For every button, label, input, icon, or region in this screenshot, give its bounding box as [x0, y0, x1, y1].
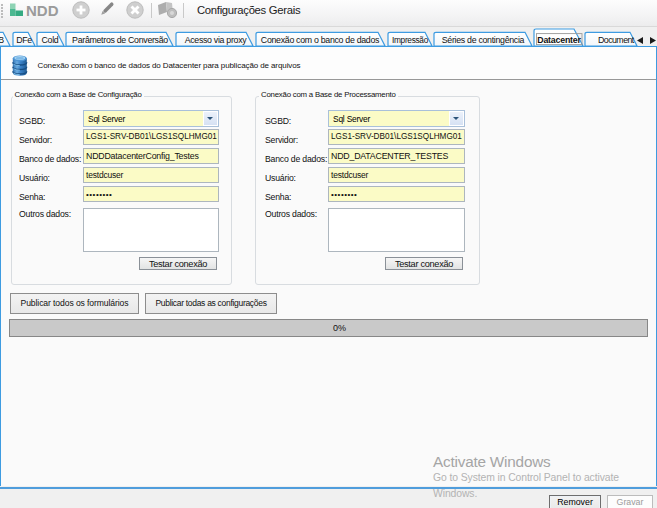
svg-text:Datacenter: Datacenter	[537, 35, 581, 45]
svg-text:Document: Document	[598, 35, 635, 45]
svg-text:Cold: Cold	[42, 35, 59, 45]
svg-text:NDD: NDD	[26, 2, 59, 19]
svg-text:Conexão com o banco de dados: Conexão com o banco de dados	[261, 35, 380, 45]
svg-text:Acesso via proxy: Acesso via proxy	[185, 35, 248, 45]
svg-text:Parâmetros de Conversão: Parâmetros de Conversão	[72, 35, 168, 45]
svg-text:DFe: DFe	[16, 35, 32, 45]
svg-text:B: B	[0, 35, 4, 45]
svg-text:Séries de contingência: Séries de contingência	[442, 35, 525, 45]
svg-text:Impressão: Impressão	[392, 35, 429, 45]
